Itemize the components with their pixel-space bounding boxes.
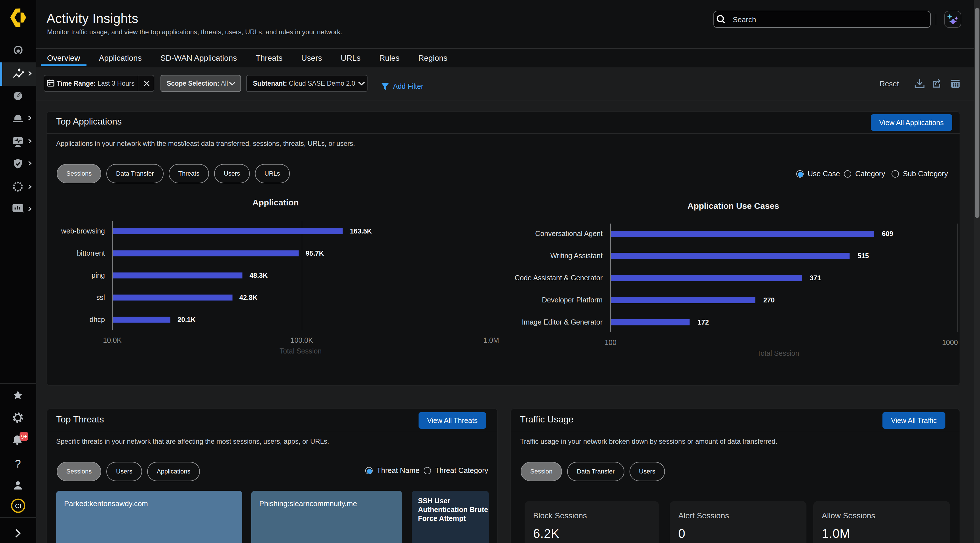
svg-text:371: 371 — [810, 274, 821, 282]
svg-text:Writing Assistant: Writing Assistant — [550, 252, 603, 260]
svg-text:270: 270 — [764, 296, 775, 304]
svg-text:20.1K: 20.1K — [178, 316, 196, 323]
svg-text:100.0K: 100.0K — [290, 336, 313, 344]
svg-text:515: 515 — [858, 252, 869, 260]
svg-text:Conversational Agent: Conversational Agent — [535, 229, 603, 237]
svg-text:100: 100 — [605, 338, 616, 346]
svg-text:Developer Platform: Developer Platform — [542, 296, 603, 304]
svg-text:bittorrent: bittorrent — [77, 249, 105, 257]
svg-text:web-browsing: web-browsing — [61, 227, 105, 235]
svg-text:ping: ping — [92, 271, 105, 279]
svg-text:1000: 1000 — [942, 338, 958, 346]
svg-text:Total Session: Total Session — [757, 349, 799, 357]
svg-text:163.5K: 163.5K — [350, 227, 372, 235]
svg-text:95.7K: 95.7K — [306, 249, 324, 257]
svg-text:10.0K: 10.0K — [103, 336, 122, 344]
svg-text:dhcp: dhcp — [90, 315, 105, 323]
svg-text:172: 172 — [698, 318, 709, 326]
svg-text:48.3K: 48.3K — [250, 272, 268, 279]
svg-text:ssl: ssl — [96, 293, 105, 301]
svg-text:609: 609 — [882, 230, 893, 237]
svg-text:Application: Application — [252, 198, 299, 207]
svg-text:42.8K: 42.8K — [239, 294, 258, 301]
svg-text:Code Assistant & Generator: Code Assistant & Generator — [515, 274, 603, 282]
svg-text:Application Use Cases: Application Use Cases — [687, 201, 779, 210]
svg-text:1.0M: 1.0M — [483, 336, 499, 344]
svg-text:Image Editor & Generator: Image Editor & Generator — [522, 318, 603, 326]
svg-text:Total Session: Total Session — [280, 347, 322, 355]
